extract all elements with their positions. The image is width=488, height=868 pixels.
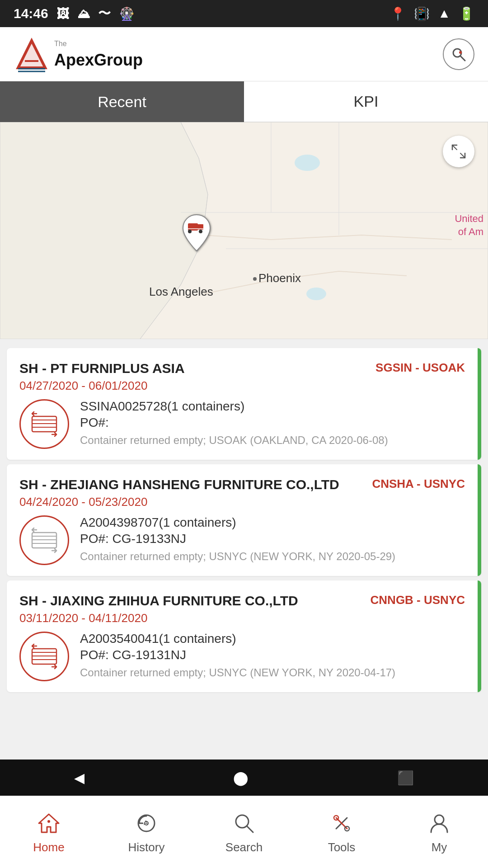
map-label-phoenix: Phoenix: [253, 271, 301, 285]
nav-label-tools: Tools: [328, 840, 356, 854]
expand-icon: [450, 143, 467, 160]
svg-rect-17: [188, 223, 198, 231]
card-1-icon: [19, 399, 69, 449]
shipments-list: SH - PT FURNIPLUS ASIA 04/27/2020 - 06/0…: [0, 339, 488, 819]
svg-point-16: [306, 288, 326, 300]
main-tabs: Recent KPI: [0, 81, 488, 122]
svg-point-7: [459, 51, 462, 54]
nav-label-home: Home: [33, 840, 64, 854]
svg-point-57: [435, 815, 444, 824]
card-2-icon: [19, 515, 69, 565]
card-1-container-num: SSINA0025728(1 containers): [80, 399, 465, 414]
home-icon: [35, 810, 62, 837]
nav-label-search: Search: [225, 840, 263, 854]
signal-icon: 〜: [98, 5, 111, 22]
location-icon: 📍: [390, 6, 406, 21]
map-svg: [0, 122, 488, 339]
nav-label-history: History: [128, 840, 165, 854]
status-time: 14:46: [14, 6, 48, 21]
card-3-details: A2003540041(1 containers) PO#: CG-19131N…: [80, 632, 465, 680]
nav-item-home[interactable]: Home: [0, 805, 98, 859]
card-2-route: CNSHA - USNYC: [372, 477, 465, 491]
card-3-date: 03/11/2020 - 04/11/2020: [19, 611, 465, 625]
card-2-status: Container returned empty; USNYC (NEW YOR…: [80, 549, 465, 564]
svg-text:A: A: [144, 819, 148, 826]
bottom-navigation: Home A History Search: [0, 796, 488, 868]
app-header: The ApexGroup: [0, 27, 488, 81]
search-icon: [230, 810, 258, 837]
system-nav-bar: ◀ ⬤ ⬛: [0, 760, 488, 796]
map-label-united: United of Am: [455, 212, 483, 238]
magnifier-icon: [450, 46, 467, 62]
svg-marker-1: [18, 41, 45, 68]
map-pin: [181, 212, 212, 259]
card-3-icon: [19, 632, 69, 681]
photo-icon: 🖼: [56, 6, 69, 21]
svg-point-15: [295, 155, 320, 171]
svg-marker-46: [39, 814, 59, 832]
nav-label-my: My: [432, 840, 447, 854]
logo-svg: [14, 36, 50, 72]
card-1-details: SSINA0025728(1 containers) PO#: Containe…: [80, 399, 465, 448]
back-button[interactable]: ◀: [74, 770, 84, 786]
tab-recent[interactable]: Recent: [0, 81, 244, 122]
svg-point-51: [236, 815, 249, 828]
home-system-button[interactable]: ⬤: [233, 770, 249, 786]
battery-icon: 🔋: [459, 6, 474, 21]
user-icon: [426, 810, 453, 837]
map-expand-button[interactable]: [443, 136, 474, 167]
card-3-status: Container returned empty; USNYC (NEW YOR…: [80, 665, 465, 680]
tab-kpi[interactable]: KPI: [244, 81, 488, 122]
map-label-los-angeles: Los Angeles: [149, 285, 213, 299]
svg-line-6: [460, 56, 465, 61]
card-3-container-num: A2003540041(1 containers): [80, 632, 465, 646]
svg-line-52: [247, 826, 253, 832]
shipment-card-2[interactable]: SH - ZHEJIANG HANSHENG FURNITURE CO.,LTD…: [7, 464, 481, 576]
card-1-status: Container returned empty; USOAK (OAKLAND…: [80, 433, 465, 448]
steering-icon: 🎡: [119, 6, 135, 21]
recents-button[interactable]: ⬛: [397, 770, 414, 786]
logo: The ApexGroup: [14, 36, 143, 72]
svg-point-20: [199, 230, 202, 233]
shipment-card-1[interactable]: SH - PT FURNIPLUS ASIA 04/27/2020 - 06/0…: [7, 348, 481, 460]
vibrate-icon: 📳: [414, 6, 430, 21]
svg-point-19: [188, 230, 192, 233]
nav-item-tools[interactable]: Tools: [293, 805, 390, 859]
nav-item-search[interactable]: Search: [195, 805, 293, 859]
card-3-po: PO#: CG-19131NJ: [80, 648, 465, 662]
wifi-icon: ▲: [438, 6, 450, 21]
history-icon: A: [133, 810, 160, 837]
card-2-details: A2004398707(1 containers) PO#: CG-19133N…: [80, 515, 465, 564]
card-1-date: 04/27/2020 - 06/01/2020: [19, 379, 465, 393]
logo-text: The ApexGroup: [54, 40, 143, 68]
card-2-container-num: A2004398707(1 containers): [80, 515, 465, 530]
card-1-po: PO#:: [80, 415, 465, 430]
card-3-route: CNNGB - USNYC: [371, 593, 465, 607]
status-bar: 14:46 🖼 ⛰ 〜 🎡 📍 📳 ▲ 🔋: [0, 0, 488, 27]
nav-item-my[interactable]: My: [390, 805, 488, 859]
svg-point-47: [47, 820, 50, 823]
svg-line-26: [452, 145, 457, 150]
shipment-card-3[interactable]: SH - JIAXING ZHIHUA FURNITURE CO.,LTD 03…: [7, 580, 481, 692]
tools-icon: [328, 810, 355, 837]
nav-item-history[interactable]: A History: [98, 805, 195, 859]
card-2-date: 04/24/2020 - 05/23/2020: [19, 495, 465, 509]
card-1-route: SGSIN - USOAK: [375, 361, 465, 375]
header-search-button[interactable]: [443, 38, 474, 70]
card-2-po: PO#: CG-19133NJ: [80, 532, 465, 546]
map-area[interactable]: Los Angeles Phoenix United of Am: [0, 122, 488, 339]
mountain-icon: ⛰: [77, 6, 90, 21]
svg-line-27: [460, 153, 465, 158]
